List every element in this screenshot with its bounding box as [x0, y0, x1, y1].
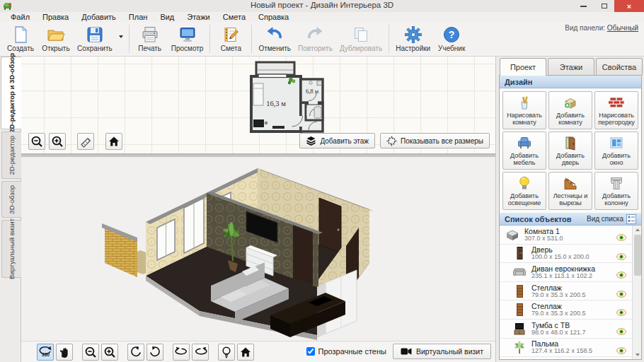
plan-2d-view[interactable]: 16,3 м 6,8 м [21, 57, 495, 153]
menu-floors[interactable]: Этажи [180, 13, 216, 21]
duplicate-button[interactable]: Дублировать [336, 23, 386, 55]
plan-home-button[interactable] [105, 133, 122, 150]
object-row-door[interactable]: Дверь 100.0 x 15.0 x 200.0 [500, 245, 632, 264]
add-room-icon [563, 95, 578, 110]
add-furniture-button[interactable]: Добавить мебель [502, 132, 546, 170]
view3d-zoom-out-button[interactable] [82, 344, 99, 361]
menu-bar: Файл Правка Добавить План Вид Этажи Смет… [0, 12, 644, 22]
stairs-cutouts-button[interactable]: Лестницы и вырезы [548, 172, 592, 210]
window-title: Новый проект - Дизайн Интерьера 3D [0, 1, 644, 9]
rotate-ccw-button[interactable] [127, 344, 144, 361]
menu-estimate[interactable]: Смета [217, 13, 252, 21]
plan-zoom-out-button[interactable] [28, 133, 45, 150]
object-row-room[interactable]: Комната 1 307.0 x 531.0 [500, 226, 632, 245]
lighting-button[interactable] [218, 344, 235, 361]
menu-add[interactable]: Добавить [75, 13, 122, 21]
visibility-eye-icon[interactable] [616, 328, 626, 335]
rotate-360-button[interactable]: 360 [37, 344, 54, 361]
open-folder-icon [47, 25, 65, 44]
undo-icon [265, 25, 284, 44]
room-3d-render [21, 157, 495, 341]
tab-project[interactable]: Проект [500, 58, 546, 76]
rotate-cw-button[interactable] [146, 344, 163, 361]
scroll-down-arrow[interactable] [633, 351, 641, 359]
scroll-thumb[interactable] [634, 235, 641, 276]
armchair-icon [517, 135, 532, 151]
draw-room-button[interactable]: Нарисовать комнату [502, 91, 546, 129]
save-project-button[interactable]: Сохранить [74, 23, 116, 55]
view-list-label: Вид списка [587, 215, 623, 223]
undo-button[interactable]: Отменить [255, 23, 294, 55]
close-button[interactable]: × [614, 0, 644, 12]
add-room-button[interactable]: Добавить комнату [548, 91, 592, 129]
visibility-eye-icon[interactable] [616, 347, 626, 354]
object-row-sofa[interactable]: Диван еврокнижка 235.1 x 113.1 x 102.2 [500, 263, 632, 282]
visibility-eye-icon[interactable] [616, 234, 626, 241]
view-list-icon[interactable] [626, 214, 636, 224]
add-column-button[interactable]: Добавить колонну [594, 172, 638, 210]
tab-3d-view[interactable]: 3D-обзор [1, 181, 21, 218]
object-list-header: Список объектов Вид списка [500, 213, 641, 226]
print-button[interactable]: Печать [132, 23, 168, 55]
project-panel-body: Дизайн Нарисовать комнату [499, 75, 642, 360]
panel-view-value-link[interactable]: Обычный [607, 24, 638, 32]
menu-help[interactable]: Справка [252, 13, 295, 21]
object-list-scrollbar[interactable] [632, 226, 641, 359]
minimize-button[interactable] [573, 0, 594, 12]
add-window-button[interactable]: Добавить окно [594, 132, 638, 170]
sofa-object-icon [512, 267, 527, 278]
tab-2d-and-3d[interactable]: 2D-редактор и 3D-обзор [1, 57, 21, 129]
render-3d-view[interactable] [21, 157, 495, 341]
camera-icon [401, 347, 412, 356]
door-object-icon [512, 246, 527, 260]
menu-file[interactable]: Файл [4, 13, 36, 21]
scroll-up-arrow[interactable] [633, 226, 641, 234]
room-area-label-small: 6,8 м [306, 88, 319, 95]
virtual-visit-button[interactable]: Виртуальный визит [393, 344, 491, 359]
estimate-button[interactable]: Смета [213, 23, 248, 55]
transparent-walls-checkbox[interactable]: Прозрачные стены [306, 347, 386, 356]
pan-button[interactable] [56, 344, 73, 361]
tab-properties[interactable]: Свойства [596, 58, 643, 75]
preview-button[interactable]: Просмотр [168, 23, 207, 55]
object-row-tv-stand[interactable]: Тумба с ТВ 98.0 x 48.0 x 121.7 [500, 320, 632, 339]
object-row-shelf[interactable]: Стеллаж 79.0 x 35.3 x 200.5 [500, 300, 632, 320]
settings-button[interactable]: Настройки [392, 23, 434, 55]
add-lighting-button[interactable]: Добавить освещение [502, 172, 546, 210]
menu-edit[interactable]: Правка [36, 13, 75, 21]
redo-button[interactable]: Повторить [294, 23, 336, 55]
visibility-eye-icon[interactable] [616, 309, 626, 316]
save-dropdown-arrow[interactable] [116, 23, 126, 51]
show-all-sizes-button[interactable]: Показывать все размеры [380, 133, 490, 148]
plan-measure-button[interactable] [77, 133, 94, 150]
plan-zoom-in-button[interactable] [49, 133, 66, 150]
orbit-right-button[interactable] [192, 344, 209, 361]
maximize-button[interactable] [594, 0, 614, 12]
shelf-object-icon [512, 284, 527, 298]
zoom-in-icon [51, 135, 64, 148]
question-icon: ? [442, 25, 461, 44]
open-project-button[interactable]: Открыть [38, 23, 74, 55]
object-row-palm[interactable]: Пальма 127.4 x 116.2 x 158.5 [500, 339, 632, 358]
draw-partition-button[interactable]: Нарисовать перегородку [594, 91, 638, 129]
tab-floors[interactable]: Этажи [548, 58, 594, 75]
gear-icon [404, 25, 422, 44]
transparent-walls-input[interactable] [306, 347, 315, 356]
dimensions-icon [386, 136, 397, 146]
menu-plan[interactable]: План [122, 13, 154, 21]
orbit-left-button[interactable] [173, 344, 190, 361]
object-row-shelf[interactable]: Стеллаж 79.0 x 35.3 x 200.5 [500, 282, 632, 301]
menu-view[interactable]: Вид [154, 13, 180, 21]
add-door-button[interactable]: Добавить дверь [548, 132, 592, 170]
tab-2d-editor[interactable]: 2D-редактор [1, 132, 21, 179]
visibility-eye-icon[interactable] [616, 272, 626, 279]
tab-virtual-visit[interactable]: Виртуальный визит [1, 220, 21, 278]
new-project-button[interactable]: Создать [3, 23, 38, 55]
visibility-eye-icon[interactable] [616, 253, 626, 260]
visibility-eye-icon[interactable] [616, 291, 626, 298]
view3d-home-button[interactable] [237, 344, 254, 361]
view3d-zoom-in-button[interactable] [101, 344, 118, 361]
floor-plan-drawing[interactable]: 16,3 м 6,8 м [246, 60, 327, 135]
tutorial-button[interactable]: ? Учебник [434, 23, 469, 55]
add-floor-button[interactable]: Добавить этаж [299, 133, 375, 148]
